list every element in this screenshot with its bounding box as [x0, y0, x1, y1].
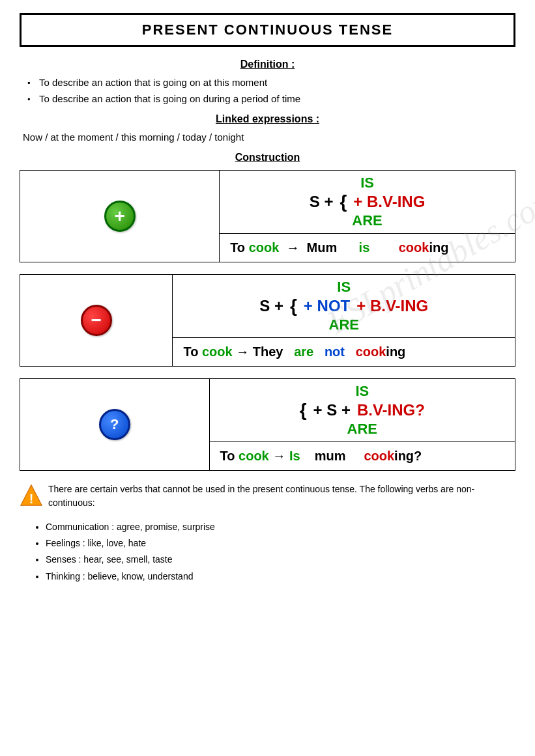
neg-ex-not: not	[325, 344, 345, 359]
q-ex-ing: ing?	[394, 449, 422, 463]
positive-formula: IS S + { + B.V-ING ARE	[227, 175, 507, 229]
definition-list: To describe an action that is going on a…	[20, 77, 515, 104]
construction-heading: Construction	[20, 152, 515, 163]
neg-arrow: →	[236, 344, 249, 359]
positive-bracket: {	[340, 191, 347, 212]
warning-item-3: Senses : hear, see, smell, taste	[46, 552, 515, 568]
neg-ex-aux: are	[294, 344, 313, 359]
neg-not: + NOT	[304, 297, 350, 315]
neg-bracket: {	[290, 296, 297, 316]
warning-list: Communication : agree, promise, surprise…	[20, 519, 515, 585]
neg-s: S +	[259, 297, 283, 315]
neg-ex-verb: cook	[202, 344, 233, 359]
question-example: To cook → Is mum cooking?	[209, 442, 515, 471]
definition-section: Definition : To describe an action that …	[20, 59, 515, 104]
positive-bving: + B.V-ING	[353, 193, 425, 211]
positive-is: IS	[360, 175, 374, 191]
question-formula-cell: IS { + S + B.V-ING? ARE	[209, 379, 515, 442]
positive-mid: S + { + B.V-ING	[310, 191, 426, 212]
negative-example: To cook → They are not cooking	[173, 338, 515, 367]
q-ex-sub: mum	[315, 449, 346, 463]
question-icon-cell: ?	[20, 379, 210, 471]
linked-text: Now / at the moment / this morning / tod…	[20, 132, 515, 143]
neg-ex-ing: ing	[386, 344, 405, 359]
negative-formula: IS S + { + NOT + B.V-ING ARE	[181, 279, 507, 333]
pos-ex-end: cook	[399, 240, 429, 255]
positive-are: ARE	[352, 212, 382, 229]
page-title-box: PRESENT CONTINUOUS TENSE	[20, 13, 515, 47]
question-are: ARE	[347, 421, 377, 438]
negative-table: − IS S + { + NOT + B.V-ING ARE	[20, 274, 515, 367]
svg-text:!: !	[29, 492, 34, 506]
definition-bullet-1: To describe an action that is going on a…	[39, 77, 515, 88]
warning-item-4: Thinking : believe, know, understand	[46, 568, 515, 585]
positive-icon: +	[104, 201, 136, 232]
pos-ex-arrow: →	[286, 240, 299, 255]
question-formula: IS { + S + B.V-ING? ARE	[218, 383, 507, 438]
warning-text: There are certain verbs that cannot be u…	[48, 483, 515, 510]
positive-formula-cell: IS S + { + B.V-ING ARE	[220, 171, 515, 234]
definition-heading: Definition :	[20, 59, 515, 70]
construction-section: Construction + IS S + { + B.V-ING ARE	[20, 152, 515, 471]
pos-ex-verb: cook	[249, 240, 280, 255]
page-title: PRESENT CONTINUOUS TENSE	[142, 21, 393, 38]
positive-icon-cell: +	[20, 171, 220, 262]
q-ex-verb: cook	[239, 449, 269, 463]
positive-example: To cook → Mum is cooking	[220, 234, 515, 262]
neg-ex-end: cook	[356, 344, 386, 359]
q-arrow: →	[272, 449, 285, 463]
pos-ex-ing: ing	[429, 240, 448, 255]
question-icon: ?	[99, 409, 130, 440]
positive-table: + IS S + { + B.V-ING ARE T	[20, 170, 515, 262]
negative-are: ARE	[329, 316, 359, 333]
question-table: ? IS { + S + B.V-ING? ARE	[20, 378, 515, 471]
negative-is: IS	[337, 279, 351, 296]
positive-s: S +	[310, 193, 334, 211]
negative-icon-cell: −	[20, 275, 173, 367]
warning-item-2: Feelings : like, love, hate	[46, 535, 515, 552]
negative-mid: S + { + NOT + B.V-ING	[259, 296, 428, 316]
q-ex-end: cook	[364, 449, 394, 463]
neg-bving: + B.V-ING	[356, 297, 428, 315]
negative-icon: −	[81, 305, 112, 336]
q-bving: B.V-ING?	[357, 401, 425, 419]
question-is: IS	[355, 383, 369, 400]
definition-bullet-2: To describe an action that is going on d…	[39, 93, 515, 104]
linked-heading: Linked expressions :	[20, 113, 515, 125]
q-ex-aux: Is	[289, 449, 300, 463]
question-mid: { + S + B.V-ING?	[300, 400, 425, 421]
negative-formula-cell: IS S + { + NOT + B.V-ING ARE	[173, 275, 515, 338]
warning-item-1: Communication : agree, promise, surprise	[46, 519, 515, 535]
q-bracket: {	[300, 400, 307, 421]
warning-icon: !	[20, 484, 43, 507]
q-s: + S +	[313, 401, 351, 419]
pos-ex-aux: is	[359, 240, 370, 255]
warning-section: ! There are certain verbs that cannot be…	[20, 483, 515, 510]
linked-section: Linked expressions : Now / at the moment…	[20, 113, 515, 143]
